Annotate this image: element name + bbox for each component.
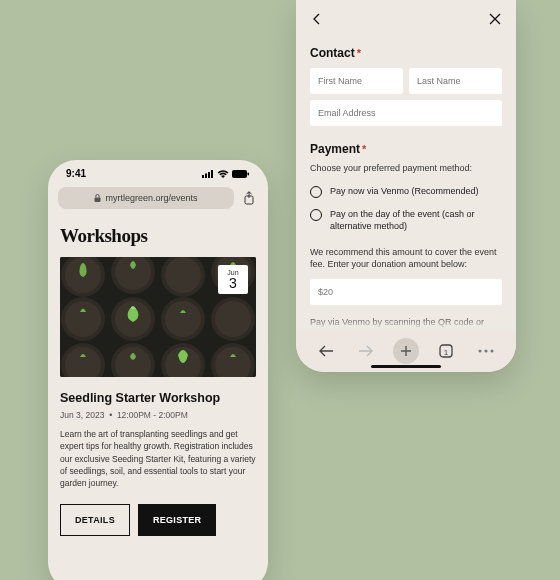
lock-icon	[94, 194, 101, 202]
donation-amount-field[interactable]	[310, 279, 502, 305]
phone-left: 9:41 myrtlegreen.org/events Workshops	[48, 160, 268, 580]
new-tab-button[interactable]	[393, 338, 419, 364]
option-label: Pay now via Venmo (Recommended)	[330, 185, 479, 197]
email-field[interactable]	[310, 100, 502, 126]
required-mark: *	[362, 143, 366, 155]
browser-toolbar: 1	[296, 330, 516, 372]
nav-back-button[interactable]	[313, 338, 339, 364]
option-label: Pay on the day of the event (cash or alt…	[330, 208, 502, 232]
home-indicator	[371, 365, 441, 368]
svg-point-24	[215, 301, 251, 337]
event-description: Learn the art of transplanting seedlings…	[60, 428, 256, 490]
svg-rect-2	[208, 172, 210, 178]
wifi-icon	[217, 170, 229, 178]
donation-note: We recommend this amount to cover the ev…	[310, 246, 502, 271]
svg-rect-3	[211, 170, 213, 178]
svg-point-35	[479, 350, 482, 353]
tabs-button[interactable]: 1	[433, 338, 459, 364]
event-meta: Jun 3, 2023 • 12:00PM - 2:00PM	[60, 410, 256, 420]
close-button[interactable]	[488, 12, 502, 30]
arrow-left-icon	[318, 344, 334, 358]
button-row: DETAILS REGISTER	[60, 504, 256, 536]
back-button[interactable]	[310, 12, 324, 30]
contact-heading: Contact*	[310, 46, 502, 60]
last-name-field[interactable]	[409, 68, 502, 94]
svg-text:1: 1	[444, 348, 449, 357]
register-button[interactable]: REGISTER	[138, 504, 216, 536]
address-bar[interactable]: myrtlegreen.org/events	[58, 187, 234, 209]
svg-rect-1	[205, 173, 207, 178]
phone-right: Contact* Payment* Choose your preferred …	[296, 0, 516, 372]
share-icon	[243, 191, 255, 205]
badge-day: 3	[218, 276, 248, 290]
meta-sep: •	[109, 410, 112, 420]
chevron-left-icon	[310, 12, 324, 26]
address-row: myrtlegreen.org/events	[48, 183, 268, 217]
svg-point-36	[485, 350, 488, 353]
battery-icon	[232, 170, 250, 178]
svg-rect-0	[202, 175, 204, 178]
svg-point-37	[491, 350, 494, 353]
page-title: Workshops	[60, 225, 256, 247]
svg-point-14	[165, 257, 201, 293]
date-badge: Jun 3	[218, 265, 248, 294]
status-bar: 9:41	[48, 160, 268, 183]
first-name-field[interactable]	[310, 68, 403, 94]
more-button[interactable]	[473, 338, 499, 364]
radio-icon	[310, 209, 322, 221]
radio-icon	[310, 186, 322, 198]
status-indicators	[202, 170, 250, 178]
payment-option-day-of[interactable]: Pay on the day of the event (cash or alt…	[310, 208, 502, 232]
svg-point-22	[165, 301, 201, 337]
svg-rect-4	[232, 170, 247, 178]
url-text: myrtlegreen.org/events	[105, 193, 197, 203]
payment-option-venmo[interactable]: Pay now via Venmo (Recommended)	[310, 185, 502, 198]
event-date: Jun 3, 2023	[60, 410, 104, 420]
venmo-instructions-cut: Pay via Venmo by scanning the QR code or	[310, 317, 502, 327]
modal-topnav	[296, 0, 516, 36]
page-content: Workshops	[48, 217, 268, 536]
svg-rect-5	[248, 172, 250, 175]
required-mark: *	[357, 47, 361, 59]
details-button[interactable]: DETAILS	[60, 504, 130, 536]
nav-forward-button[interactable]	[353, 338, 379, 364]
cellular-icon	[202, 170, 214, 178]
status-time: 9:41	[66, 168, 86, 179]
plus-icon	[400, 345, 412, 357]
ellipsis-icon	[478, 349, 494, 353]
tabs-icon: 1	[438, 343, 454, 359]
arrow-right-icon	[358, 344, 374, 358]
event-image: Jun 3	[60, 257, 256, 377]
payment-hint: Choose your preferred payment method:	[310, 162, 502, 175]
payment-heading: Payment*	[310, 142, 502, 156]
event-title: Seedling Starter Workshop	[60, 391, 256, 405]
event-time: 12:00PM - 2:00PM	[117, 410, 188, 420]
share-button[interactable]	[240, 191, 258, 205]
svg-rect-6	[95, 198, 101, 203]
close-icon	[488, 12, 502, 26]
registration-form: Contact* Payment* Choose your preferred …	[296, 46, 516, 327]
svg-point-18	[65, 301, 101, 337]
